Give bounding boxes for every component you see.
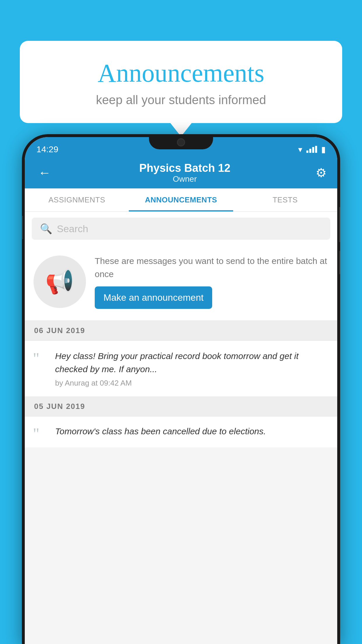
back-button[interactable]: ← [35,162,54,183]
status-icons: ▾ ▮ [298,145,326,154]
prompt-description: These are messages you want to send to t… [95,254,328,281]
announcement-content-2: Tomorrow's class has been cancelled due … [55,425,329,441]
search-container: 🔍 Search [25,212,337,246]
tab-assignments[interactable]: ASSIGNMENTS [25,188,129,211]
bubble-subtitle: keep all your students informed [43,93,319,107]
tab-tests[interactable]: TESTS [233,188,337,211]
header-title-section: Physics Batch 12 Owner [139,162,231,184]
batch-title: Physics Batch 12 [139,162,231,174]
megaphone-icon: 📢 [45,268,74,295]
phone-camera [177,138,185,146]
signal-bars [306,146,317,153]
phone-notch [149,134,213,149]
search-bar[interactable]: 🔍 Search [32,218,330,240]
app-header: ← Physics Batch 12 Owner ⚙ [25,157,337,188]
prompt-right: These are messages you want to send to t… [95,254,328,309]
announcement-item-2: " Tomorrow's class has been cancelled du… [25,416,337,447]
settings-button[interactable]: ⚙ [316,166,327,180]
date-separator-1: 06 JUN 2019 [25,321,337,341]
announcement-content-1: Hey class! Bring your practical record b… [55,349,329,388]
speech-bubble-section: Announcements keep all your students inf… [20,41,342,123]
announcement-text-2: Tomorrow's class has been cancelled due … [55,425,329,438]
announcement-meta-1: by Anurag at 09:42 AM [55,379,329,388]
phone-bixby-button [339,251,340,274]
tab-announcements[interactable]: ANNOUNCEMENTS [129,188,233,211]
wifi-icon: ▾ [298,145,302,154]
quote-icon-2: " [33,426,48,442]
announcement-item-1: " Hey class! Bring your practical record… [25,341,337,397]
status-time: 14:29 [36,144,58,154]
search-input[interactable]: Search [57,223,88,235]
bubble-title: Announcements [43,58,319,88]
phone-power-button [339,207,340,242]
announcement-prompt: 📢 These are messages you want to send to… [25,246,337,321]
phone-frame: 14:29 ▾ ▮ ← Physics Batch 12 Owner ⚙ [22,134,340,644]
tab-bar: ASSIGNMENTS ANNOUNCEMENTS TESTS [25,188,337,212]
speech-bubble-card: Announcements keep all your students inf… [20,41,342,123]
date-separator-2: 05 JUN 2019 [25,397,337,416]
phone-screen: 14:29 ▾ ▮ ← Physics Batch 12 Owner ⚙ [25,137,337,644]
battery-icon: ▮ [321,145,326,154]
search-icon: 🔍 [40,223,52,235]
batch-role: Owner [139,174,231,184]
make-announcement-button[interactable]: Make an announcement [95,286,212,309]
quote-icon-1: " [33,351,48,366]
phone-volume-button [22,216,23,239]
megaphone-circle: 📢 [34,256,86,308]
announcement-text-1: Hey class! Bring your practical record b… [55,349,329,376]
